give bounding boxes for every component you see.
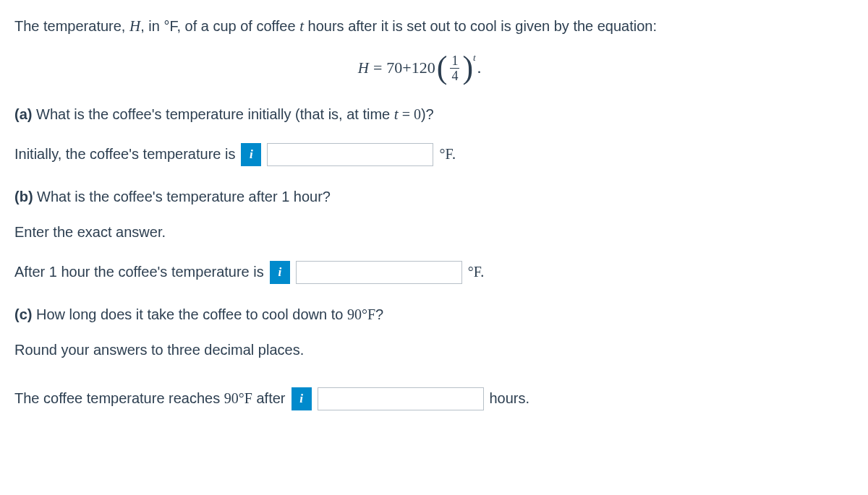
left-paren: ( — [437, 52, 448, 84]
info-icon[interactable]: i — [270, 261, 290, 284]
var-H: H — [129, 17, 140, 35]
answer-b-text: After 1 hour the coffee's temperature is — [14, 264, 264, 280]
answer-a-unit: °F. — [439, 146, 456, 163]
eq-var-H: H — [358, 59, 369, 77]
equation: H = 70 + 120 ( 1 4 ) t . — [14, 50, 825, 86]
part-b: (b) What is the coffee's temperature aft… — [14, 186, 825, 207]
problem-intro: The temperature, H, in °F, of a cup of c… — [14, 16, 825, 37]
answer-b-line: After 1 hour the coffee's temperature is… — [14, 261, 825, 284]
intro-text: The temperature, — [14, 18, 129, 34]
answer-c-text: The coffee temperature reaches 90°F afte… — [14, 390, 286, 407]
answer-a-input[interactable] — [267, 143, 433, 166]
part-c-label: (c) — [14, 306, 32, 322]
info-icon[interactable]: i — [241, 143, 261, 166]
answer-b-unit: °F. — [468, 264, 485, 280]
right-paren: ) — [462, 52, 473, 84]
part-b-label: (b) — [14, 189, 33, 205]
answer-a-line: Initially, the coffee's temperature is i… — [14, 143, 825, 166]
answer-a-text: Initially, the coffee's temperature is — [14, 146, 235, 163]
fraction: 1 4 — [450, 54, 459, 82]
hint-c: Round your answers to three decimal plac… — [14, 342, 825, 358]
hint-b: Enter the exact answer. — [14, 224, 825, 241]
answer-c-line: The coffee temperature reaches 90°F afte… — [14, 387, 825, 410]
part-c: (c) How long does it take the coffee to … — [14, 304, 825, 324]
exponent-t: t — [473, 52, 476, 64]
answer-b-input[interactable] — [296, 261, 462, 284]
part-a: (a) What is the coffee's temperature ini… — [14, 104, 825, 125]
part-a-label: (a) — [14, 106, 32, 122]
info-icon[interactable]: i — [292, 387, 312, 410]
answer-c-input[interactable] — [318, 387, 484, 410]
answer-c-unit: hours. — [490, 390, 530, 407]
